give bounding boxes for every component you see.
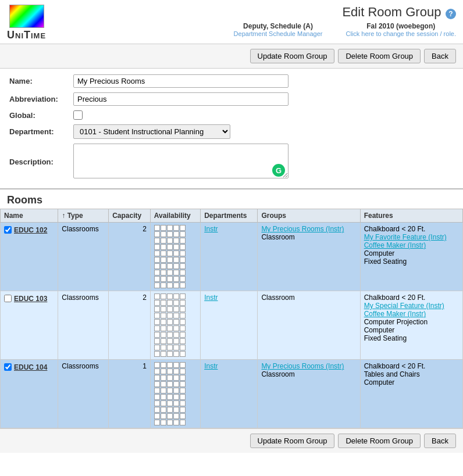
back-button-top[interactable]: Back: [424, 49, 456, 63]
feature-item[interactable]: My Favorite Feature (Instr): [364, 233, 459, 241]
room-type-cell: Classrooms: [58, 360, 109, 428]
avail-cell: [161, 368, 166, 374]
grammarly-button[interactable]: G: [272, 164, 285, 177]
back-button-bottom[interactable]: Back: [424, 434, 456, 448]
top-toolbar: Update Room Group Delete Room Group Back: [0, 44, 463, 69]
rooms-table: Name ↑ Type Capacity Availability Depart…: [0, 209, 463, 428]
room-name-link[interactable]: EDUC 102: [14, 226, 47, 234]
description-input[interactable]: [73, 144, 289, 178]
avail-cell: [180, 362, 186, 368]
avail-cell: [173, 381, 179, 387]
avail-cell: [161, 388, 166, 393]
description-label: Description:: [9, 158, 73, 166]
col-header-capacity: Capacity: [109, 209, 151, 223]
avail-cell: [173, 362, 179, 368]
avail-cell: [173, 250, 179, 256]
room-name-link[interactable]: EDUC 103: [14, 295, 47, 303]
name-input[interactable]: [73, 74, 289, 88]
dept-link[interactable]: Instr: [204, 225, 218, 233]
avail-cell: [173, 238, 179, 244]
avail-cell: [173, 244, 179, 250]
feature-item: Fixed Seating: [364, 334, 459, 342]
avail-cell: [154, 388, 160, 393]
dept-link[interactable]: Instr: [204, 362, 218, 370]
feature-item[interactable]: Coffee Maker (Instr): [364, 310, 459, 318]
avail-cell: [180, 351, 186, 357]
bottom-toolbar: Update Room Group Delete Room Group Back: [0, 428, 463, 453]
avail-cell: [154, 225, 160, 231]
avail-cell: [154, 300, 160, 306]
update-room-group-button-bottom[interactable]: Update Room Group: [250, 434, 335, 448]
room-availability-cell: [150, 223, 200, 291]
room-groups-cell: My Precious Rooms (Instr)Classroom: [258, 223, 360, 291]
avail-cell: [161, 394, 166, 400]
avail-cell: [161, 282, 166, 288]
col-header-type[interactable]: ↑ Type: [58, 209, 109, 223]
avail-cell: [167, 257, 173, 263]
update-room-group-button-top[interactable]: Update Room Group: [250, 49, 335, 63]
avail-cell: [173, 394, 179, 400]
availability-grid: [154, 362, 197, 425]
avail-cell: [173, 388, 179, 393]
delete-room-group-button-bottom[interactable]: Delete Room Group: [338, 434, 421, 448]
room-checkbox[interactable]: [4, 295, 12, 302]
abbreviation-input[interactable]: [73, 92, 289, 106]
avail-cell: [173, 300, 179, 306]
room-features-cell: Chalkboard < 20 Ft.My Favorite Feature (…: [360, 223, 462, 291]
avail-cell: [154, 250, 160, 256]
avail-cell: [173, 368, 179, 374]
delete-room-group-button-top[interactable]: Delete Room Group: [338, 49, 421, 63]
avail-cell: [161, 319, 166, 325]
room-name-link[interactable]: EDUC 104: [14, 363, 47, 371]
group-item[interactable]: My Precious Rooms (Instr): [261, 362, 356, 370]
feature-item[interactable]: Coffee Maker (Instr): [364, 241, 459, 249]
feature-item: Chalkboard < 20 Ft.: [364, 294, 459, 302]
room-checkbox[interactable]: [4, 363, 12, 371]
session-hint[interactable]: Click here to change the session / role.: [346, 30, 456, 37]
session-name: Fal 2010 (woebegon): [346, 22, 456, 30]
description-wrapper: G: [73, 144, 289, 180]
group-item: Classroom: [261, 233, 356, 241]
avail-cell: [154, 306, 160, 312]
avail-cell: [161, 244, 166, 250]
department-select[interactable]: 0101 - Student Instructional Planning: [73, 124, 230, 139]
avail-cell: [180, 263, 186, 269]
help-icon[interactable]: ?: [446, 9, 456, 19]
avail-cell: [167, 368, 173, 374]
room-checkbox[interactable]: [4, 226, 12, 234]
logo-text: UniTime: [7, 29, 46, 41]
group-item[interactable]: My Precious Rooms (Instr): [261, 225, 356, 233]
session-block[interactable]: Fal 2010 (woebegon) Click here to change…: [346, 22, 456, 37]
avail-cell: [161, 413, 166, 419]
room-availability-cell: [150, 291, 200, 360]
feature-item: Chalkboard < 20 Ft.: [364, 225, 459, 233]
avail-cell: [167, 375, 173, 381]
global-checkbox[interactable]: [73, 110, 83, 120]
avail-cell: [161, 362, 166, 368]
avail-cell: [180, 368, 186, 374]
page-title: Edit Room Group: [342, 5, 441, 19]
avail-cell: [154, 313, 160, 318]
avail-cell: [180, 388, 186, 393]
avail-cell: [161, 263, 166, 269]
col-header-name: Name: [1, 209, 58, 223]
avail-cell: [173, 375, 179, 381]
avail-cell: [180, 420, 186, 425]
avail-cell: [180, 250, 186, 256]
avail-cell: [161, 294, 166, 299]
avail-cell: [161, 325, 166, 331]
avail-cell: [167, 300, 173, 306]
avail-cell: [167, 282, 173, 288]
avail-cell: [167, 407, 173, 413]
avail-cell: [161, 276, 166, 282]
avail-cell: [167, 238, 173, 244]
col-header-departments: Departments: [201, 209, 258, 223]
avail-cell: [161, 300, 166, 306]
user-name: Deputy, Schedule (A): [234, 22, 323, 30]
dept-link[interactable]: Instr: [204, 294, 218, 302]
avail-cell: [161, 381, 166, 387]
page-title-row: Edit Room Group ?: [234, 5, 456, 20]
feature-item[interactable]: My Special Feature (Instr): [364, 302, 459, 310]
feature-item: Tables and Chairs: [364, 370, 459, 378]
avail-cell: [167, 244, 173, 250]
